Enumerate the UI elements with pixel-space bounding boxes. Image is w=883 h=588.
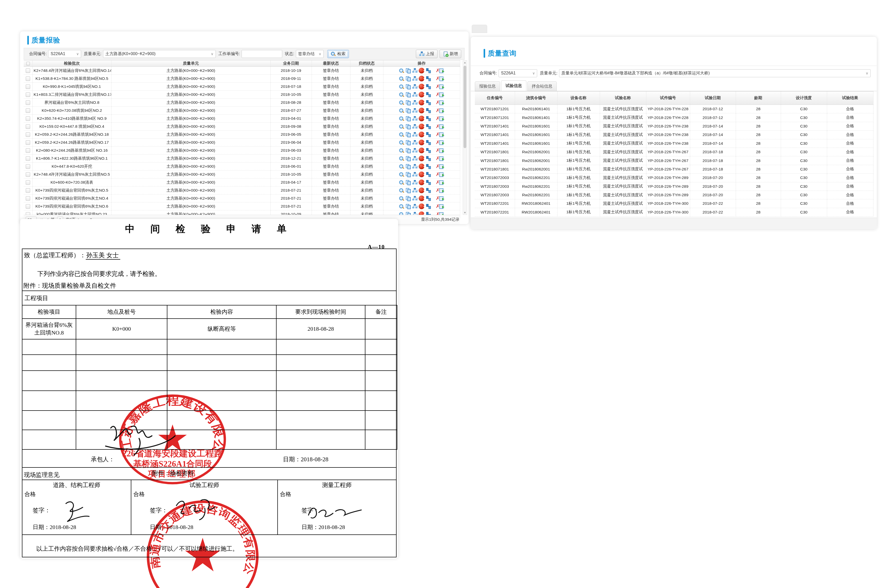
test-table-row[interactable]: WT2018071801Rw20180620011标1号压力机混凝土试件抗压强度… xyxy=(475,165,873,173)
inspection-table-row[interactable]: 界河箱涵台背6%灰土回填NO.8 土方路基(K0+000~K2+900) 201… xyxy=(24,99,460,106)
row-checkbox-cell[interactable] xyxy=(24,154,33,162)
delete-icon[interactable] xyxy=(432,76,438,81)
unit-select[interactable]: 质量单元/栟茶运河大桥/6#墩-8#墩基础及下部构造（a）/6#墩/桩基(栟茶运… xyxy=(559,69,871,77)
row-checkbox[interactable] xyxy=(26,204,30,208)
copy-icon[interactable] xyxy=(405,195,411,201)
scroll-down-icon[interactable]: ▼ xyxy=(463,211,467,214)
copy-icon[interactable] xyxy=(405,92,411,98)
delete-icon[interactable] xyxy=(432,124,438,129)
inspection-table-row[interactable]: K2+350.74-K2+410路基填筑94区 NO.9 土方路基(K0+000… xyxy=(24,115,460,123)
tab-mixing-station-info[interactable]: 拌合站信息 xyxy=(528,81,557,91)
export-icon[interactable] xyxy=(439,164,444,169)
inspection-table-row[interactable]: K2+748.4许洋河箱涵台背6%灰土回填NO.5 土方路基(K0+000~K2… xyxy=(24,171,460,178)
row-checkbox[interactable] xyxy=(26,100,30,105)
row-checkbox[interactable] xyxy=(26,148,30,153)
row-checkbox[interactable] xyxy=(26,140,30,145)
org-chart-icon[interactable] xyxy=(412,195,418,201)
workflow-icon[interactable] xyxy=(426,164,431,169)
export-icon[interactable] xyxy=(439,116,444,121)
view-icon[interactable] xyxy=(399,84,404,89)
copy-icon[interactable] xyxy=(405,68,411,74)
batch-cell[interactable]: K0+739四排河箱涵台背回填6%灰土NO.6 xyxy=(33,202,111,210)
row-checkbox-cell[interactable] xyxy=(24,123,33,130)
star-badge-icon[interactable] xyxy=(419,204,424,209)
star-badge-icon[interactable] xyxy=(419,156,424,161)
inspection-table-row[interactable]: K0+447.8-K0+620开挖 土方路基(K0+000~K2+900) 20… xyxy=(24,162,460,171)
row-checkbox-cell[interactable] xyxy=(24,67,33,75)
row-checkbox-cell[interactable] xyxy=(24,82,33,91)
scroll-up-icon[interactable]: ▲ xyxy=(463,61,467,64)
test-table-row[interactable]: WT2018071801Rw20180620011标1号压力机混凝土试件抗压强度… xyxy=(475,156,873,165)
row-checkbox-cell[interactable] xyxy=(24,115,33,123)
delete-icon[interactable] xyxy=(432,171,438,177)
row-checkbox[interactable] xyxy=(26,116,30,121)
delete-icon[interactable] xyxy=(432,180,438,185)
workflow-icon[interactable] xyxy=(426,195,431,201)
delete-icon[interactable] xyxy=(432,204,438,209)
collapsed-tab[interactable] xyxy=(472,25,487,33)
copy-icon[interactable] xyxy=(405,116,411,121)
unit-select[interactable]: 土方路基(K0+000~K2+900)∨ xyxy=(103,50,216,58)
export-icon[interactable] xyxy=(439,92,444,98)
test-table-row[interactable]: WT2018071201Rw20180614011标1号压力机混凝土试件抗压强度… xyxy=(475,113,873,122)
delete-icon[interactable] xyxy=(432,188,438,193)
row-checkbox-cell[interactable] xyxy=(24,99,33,106)
batch-cell[interactable]: K0+620-K0+720.08填筑94区NO.2 xyxy=(33,106,111,115)
batch-cell[interactable]: K2+748.4许洋河箱涵台背6%灰土回填NO.5 xyxy=(33,171,111,178)
test-table-row[interactable]: WT2018071801Rw20180620011标1号压力机混凝土试件抗压强度… xyxy=(475,148,873,156)
delete-icon[interactable] xyxy=(432,164,438,169)
star-badge-icon[interactable] xyxy=(419,140,424,145)
row-checkbox-cell[interactable] xyxy=(24,147,33,154)
org-chart-icon[interactable] xyxy=(412,124,418,129)
view-icon[interactable] xyxy=(399,180,404,185)
delete-icon[interactable] xyxy=(432,148,438,153)
star-badge-icon[interactable] xyxy=(419,84,424,89)
delete-icon[interactable] xyxy=(432,140,438,145)
view-icon[interactable] xyxy=(399,156,404,161)
workflow-icon[interactable] xyxy=(426,132,431,137)
report-button[interactable]: 上报 xyxy=(416,50,438,58)
table-scrollbar[interactable]: ▲ ▼ xyxy=(463,60,467,215)
org-chart-icon[interactable] xyxy=(412,164,418,169)
inspection-table-row[interactable]: K0+990.8-K1+045填筑94区NO.1 土方路基(K0+000~K2+… xyxy=(24,82,460,91)
inspection-table-row[interactable]: K1+538.8-K1+784.30 路基填筑94区NO.5 土方路基(K0+0… xyxy=(24,75,460,82)
inspection-table-row[interactable]: K0+600-K0+720.08清表 土方路基(K0+000~K2+900) 2… xyxy=(24,178,460,186)
row-checkbox[interactable] xyxy=(26,172,30,177)
export-icon[interactable] xyxy=(439,68,444,74)
batch-cell[interactable]: K2+350.74-K2+410路基填筑94区 NO.9 xyxy=(33,115,111,123)
star-badge-icon[interactable] xyxy=(419,124,424,129)
workflow-icon[interactable] xyxy=(426,148,431,153)
workflow-icon[interactable] xyxy=(426,156,431,161)
batch-cell[interactable]: 界河箱涵台背6%灰土回填NO.8 xyxy=(33,99,111,106)
worksheet-input[interactable] xyxy=(241,50,282,58)
inspection-table-row[interactable]: K2+059.2-K2+244.26路基填筑94区NO.17 土方路基(K0+0… xyxy=(24,139,460,147)
export-icon[interactable] xyxy=(439,180,444,185)
workflow-icon[interactable] xyxy=(426,108,431,113)
test-table-row[interactable]: WT2018071401Rw20180616011标1号压力机混凝土试件抗压强度… xyxy=(475,139,873,148)
copy-icon[interactable] xyxy=(405,140,411,145)
org-chart-icon[interactable] xyxy=(412,171,418,177)
batch-cell[interactable]: K1+538.8-K1+784.30 路基填筑94区NO.5 xyxy=(33,75,111,82)
star-badge-icon[interactable] xyxy=(419,100,424,105)
org-chart-icon[interactable] xyxy=(412,76,418,81)
workflow-icon[interactable] xyxy=(426,140,431,145)
copy-icon[interactable] xyxy=(405,164,411,169)
export-icon[interactable] xyxy=(439,124,444,129)
copy-icon[interactable] xyxy=(405,132,411,137)
org-chart-icon[interactable] xyxy=(412,180,418,185)
org-chart-icon[interactable] xyxy=(412,108,418,113)
export-icon[interactable] xyxy=(439,188,444,193)
row-checkbox-cell[interactable] xyxy=(24,91,33,99)
copy-icon[interactable] xyxy=(405,108,411,113)
view-icon[interactable] xyxy=(399,100,404,105)
row-checkbox[interactable] xyxy=(26,124,30,129)
view-icon[interactable] xyxy=(399,108,404,113)
batch-cell[interactable]: K2+059.2-K2+244.26路基填筑94区NO.17 xyxy=(33,139,111,147)
row-checkbox[interactable] xyxy=(26,156,30,161)
org-chart-icon[interactable] xyxy=(412,68,418,74)
batch-cell[interactable]: K0+739四排河箱涵台背回填6%灰土NO.4 xyxy=(33,195,111,202)
batch-cell[interactable]: K2+059.2-K2+244.26路基填筑94区NO.18 xyxy=(33,130,111,139)
org-chart-icon[interactable] xyxy=(412,156,418,161)
contract-select[interactable]: S226A1∨ xyxy=(499,69,537,77)
workflow-icon[interactable] xyxy=(426,100,431,105)
